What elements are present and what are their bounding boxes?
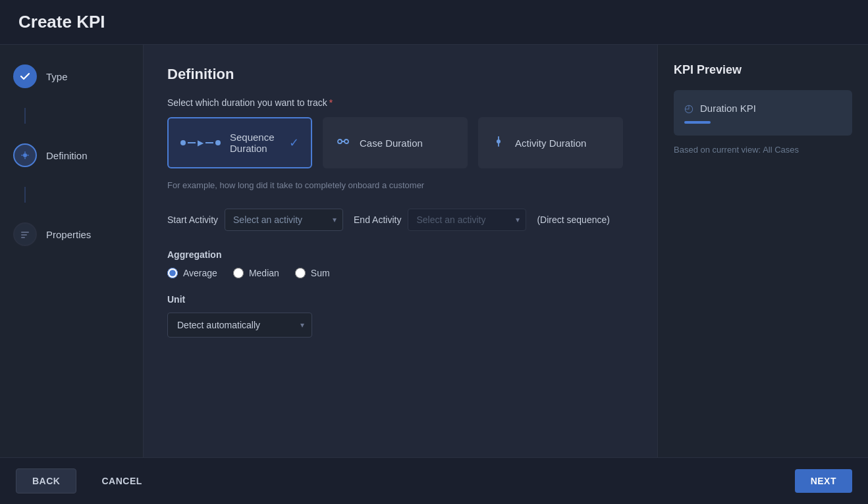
activity-icon: [491, 134, 506, 152]
svg-point-0: [23, 153, 27, 157]
radio-sum-input[interactable]: [295, 268, 306, 278]
case-icon: [336, 134, 350, 152]
sequence-icon: ▶: [180, 138, 221, 147]
end-activity-select-wrapper: Select an activity: [408, 209, 526, 231]
main-content: Type Definition: [0, 45, 868, 457]
page-header: Create KPI: [0, 0, 868, 45]
footer: BACK CANCEL NEXT: [0, 457, 868, 504]
duration-options: ▶ Sequence Duration ✓ Case Duration: [167, 117, 634, 168]
next-button[interactable]: NEXT: [795, 469, 852, 493]
connector-2: [24, 187, 26, 203]
sequence-duration-card[interactable]: ▶ Sequence Duration ✓: [167, 117, 312, 168]
svg-rect-1: [21, 232, 29, 233]
preview-kpi-icon: ◴: [684, 102, 693, 114]
start-activity-group: Start Activity Select an activity: [167, 209, 343, 231]
start-activity-select[interactable]: Select an activity: [225, 209, 343, 231]
cancel-button[interactable]: CANCEL: [86, 469, 157, 493]
properties-icon: [13, 222, 37, 246]
radio-average-label: Average: [183, 268, 217, 278]
end-activity-select[interactable]: Select an activity: [408, 209, 526, 231]
sidebar-type-label: Type: [46, 71, 68, 82]
section-title: Definition: [167, 66, 634, 83]
end-activity-label: End Activity: [354, 214, 401, 225]
activity-duration-label: Activity Duration: [515, 138, 586, 149]
case-duration-card[interactable]: Case Duration: [323, 117, 468, 168]
duration-hint: For example, how long did it take to com…: [167, 180, 634, 190]
end-activity-group: End Activity Select an activity: [354, 209, 526, 231]
radio-sum[interactable]: Sum: [295, 268, 330, 278]
preview-kpi-name: ◴ Duration KPI: [684, 102, 842, 114]
preview-subtitle: Based on current view: All Cases: [674, 145, 852, 155]
radio-median-label: Median: [249, 268, 279, 278]
svg-point-4: [338, 139, 342, 143]
activity-row: Start Activity Select an activity End Ac…: [167, 209, 634, 231]
direct-sequence-label: (Direct sequence): [537, 214, 610, 225]
start-activity-label: Start Activity: [167, 214, 218, 225]
unit-select[interactable]: Detect automatically: [167, 313, 312, 338]
sidebar-item-type[interactable]: Type: [13, 64, 130, 88]
preview-card: ◴ Duration KPI: [674, 90, 852, 136]
type-icon: [13, 64, 37, 88]
sidebar-item-definition[interactable]: Definition: [13, 143, 130, 167]
back-button[interactable]: BACK: [16, 468, 76, 493]
radio-average[interactable]: Average: [167, 268, 217, 278]
page-title: Create KPI: [18, 12, 850, 32]
sidebar-definition-label: Definition: [46, 150, 88, 161]
radio-median[interactable]: Median: [233, 268, 279, 278]
preview-panel: KPI Preview ◴ Duration KPI Based on curr…: [657, 45, 868, 457]
duration-label: Select which duration you want to track*: [167, 97, 634, 108]
preview-title: KPI Preview: [674, 63, 852, 77]
svg-rect-3: [21, 237, 25, 238]
unit-select-wrapper: Detect automatically: [167, 313, 312, 338]
start-activity-select-wrapper: Select an activity: [225, 209, 343, 231]
center-panel: Definition Select which duration you wan…: [144, 45, 657, 457]
sequence-check-icon: ✓: [289, 136, 299, 150]
svg-rect-2: [21, 234, 27, 236]
connector-1: [24, 108, 26, 124]
sidebar: Type Definition: [0, 45, 144, 457]
case-duration-label: Case Duration: [360, 138, 423, 149]
aggregation-title: Aggregation: [167, 249, 634, 260]
radio-group: Average Median Sum: [167, 268, 634, 278]
sidebar-properties-label: Properties: [46, 229, 91, 240]
unit-title: Unit: [167, 294, 634, 305]
unit-section: Unit Detect automatically: [167, 294, 634, 338]
activity-duration-card[interactable]: Activity Duration: [478, 117, 623, 168]
radio-median-input[interactable]: [233, 268, 244, 278]
preview-bar: [684, 121, 711, 124]
sequence-duration-label: Sequence Duration: [230, 132, 280, 154]
radio-average-input[interactable]: [167, 268, 178, 278]
sidebar-item-properties[interactable]: Properties: [13, 222, 130, 246]
definition-icon: [13, 143, 37, 167]
aggregation-section: Aggregation Average Median Sum: [167, 249, 634, 278]
svg-point-5: [344, 139, 348, 143]
radio-sum-label: Sum: [311, 268, 330, 278]
